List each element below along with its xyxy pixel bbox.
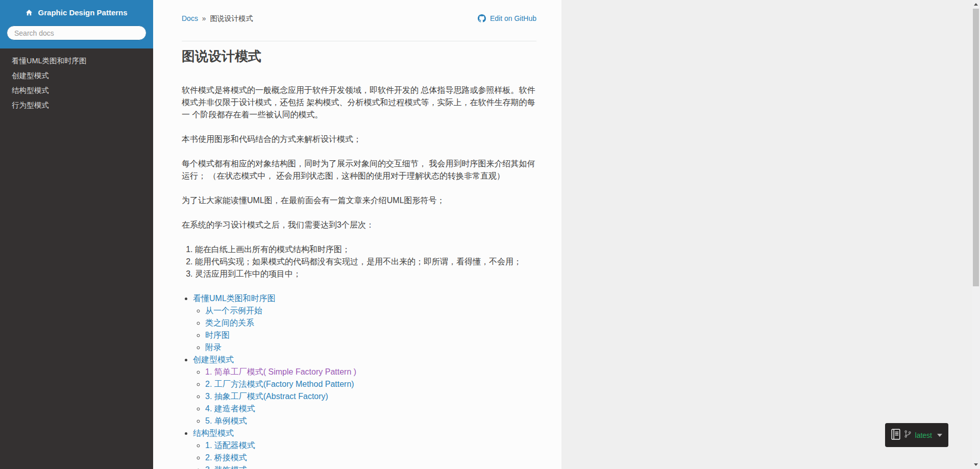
paragraph-5: 在系统的学习设计模式之后，我们需要达到3个层次： <box>182 219 536 231</box>
toc-item: 时序图 <box>205 329 536 341</box>
sidebar-item-creational[interactable]: 创建型模式 <box>0 68 153 83</box>
toc-item: 5. 单例模式 <box>205 415 536 427</box>
edit-on-github-label: Edit on GitHub <box>490 14 536 22</box>
scrollbar[interactable] <box>972 0 980 469</box>
version-label: latest <box>915 431 932 439</box>
toc-link[interactable]: 3. 抽象工厂模式(Abstract Factory) <box>205 392 328 401</box>
toc-link-visited[interactable]: 1. 简单工厂模式( Simple Factory Pattern ) <box>205 367 356 376</box>
toc-item: 3. 装饰模式 <box>205 464 536 469</box>
toc-link[interactable]: 5. 单例模式 <box>205 416 247 425</box>
scrollbar-thumb[interactable] <box>973 9 979 286</box>
sidebar-item-uml[interactable]: 看懂UML类图和时序图 <box>0 54 153 68</box>
toc-link[interactable]: 3. 装饰模式 <box>205 465 247 469</box>
paragraph-4: 为了让大家能读懂UML图，在最前面会有一篇文章来介绍UML图形符号； <box>182 194 536 207</box>
scroll-up-arrow[interactable] <box>974 3 978 6</box>
breadcrumb-current: 图说设计模式 <box>210 14 253 22</box>
toc-link[interactable]: 附录 <box>205 343 222 352</box>
toc-item: 附录 <box>205 341 536 354</box>
sidebar-header: Graphic Design Patterns <box>0 0 153 48</box>
paragraph-3: 每个模式都有相应的对象结构图，同时为了展示对象间的交互细节， 我会用到时序图来介… <box>182 158 536 182</box>
sidebar: Graphic Design Patterns 看懂UML类图和时序图 创建型模… <box>0 0 153 469</box>
book-icon <box>891 429 900 442</box>
level-item: 能用代码实现；如果模式的代码都没有实现过，是用不出来的；即所谓，看得懂，不会用； <box>195 256 536 268</box>
version-flyout[interactable]: latest <box>885 423 948 447</box>
level-item: 能在白纸上画出所有的模式结构和时序图； <box>195 243 536 256</box>
toc-link[interactable]: 4. 建造者模式 <box>205 404 255 413</box>
toc-link[interactable]: 类之间的关系 <box>205 318 254 327</box>
toc-item: 2. 桥接模式 <box>205 452 536 464</box>
toc-section-uml: 看懂UML类图和时序图 从一个示例开始 类之间的关系 时序图 附录 <box>193 292 536 354</box>
toc-item: 1. 适配器模式 <box>205 439 536 452</box>
toc-item: 类之间的关系 <box>205 317 536 329</box>
project-title: Graphic Design Patterns <box>38 8 128 17</box>
toc-link[interactable]: 从一个示例开始 <box>205 306 262 315</box>
git-branch-icon <box>904 430 911 440</box>
paragraph-1: 软件模式是将模式的一般概念应用于软件开发领域，即软件开发的 总体指导思路或参照样… <box>182 84 536 121</box>
toc-item: 1. 简单工厂模式( Simple Factory Pattern ) <box>205 366 536 378</box>
toc-link[interactable]: 2. 工厂方法模式(Factory Method Pattern) <box>205 380 354 388</box>
breadcrumb-docs-link[interactable]: Docs <box>182 14 198 22</box>
toc-item: 从一个示例开始 <box>205 305 536 317</box>
level-item: 灵活应用到工作中的项目中； <box>195 268 536 280</box>
scroll-down-arrow[interactable] <box>974 463 978 466</box>
main-content: Docs » 图说设计模式 Edit on GitHub 图说设计模式 软件模式… <box>153 0 561 469</box>
project-home-link[interactable]: Graphic Design Patterns <box>7 7 146 19</box>
toc-link[interactable]: 结构型模式 <box>193 429 234 437</box>
paragraph-2: 本书使用图形和代码结合的方式来解析设计模式； <box>182 133 536 145</box>
toc-item: 2. 工厂方法模式(Factory Method Pattern) <box>205 378 536 390</box>
toc-item: 4. 建造者模式 <box>205 403 536 415</box>
toc-link[interactable]: 2. 桥接模式 <box>205 453 247 462</box>
home-icon <box>26 8 33 19</box>
breadcrumb-divider <box>182 41 536 41</box>
toc-list: 看懂UML类图和时序图 从一个示例开始 类之间的关系 时序图 附录 创建型模式 … <box>182 292 536 469</box>
toc-item: 3. 抽象工厂模式(Abstract Factory) <box>205 390 536 403</box>
sidebar-item-behavioral[interactable]: 行为型模式 <box>0 98 153 113</box>
content-wrap: Docs » 图说设计模式 Edit on GitHub 图说设计模式 软件模式… <box>153 0 972 469</box>
breadcrumb: Docs » 图说设计模式 Edit on GitHub <box>182 13 536 23</box>
toc-link[interactable]: 创建型模式 <box>193 355 234 364</box>
caret-down-icon <box>937 434 942 437</box>
breadcrumb-separator: » <box>202 14 206 22</box>
levels-list: 能在白纸上画出所有的模式结构和时序图； 能用代码实现；如果模式的代码都没有实现过… <box>182 243 536 280</box>
search-input[interactable] <box>7 26 146 40</box>
github-icon <box>478 14 486 25</box>
toc-section-structural: 结构型模式 1. 适配器模式 2. 桥接模式 3. 装饰模式 <box>193 427 536 469</box>
sidebar-item-structural[interactable]: 结构型模式 <box>0 83 153 98</box>
toc-section-creational: 创建型模式 1. 简单工厂模式( Simple Factory Pattern … <box>193 354 536 427</box>
toc-link[interactable]: 看懂UML类图和时序图 <box>193 294 276 303</box>
sidebar-menu: 看懂UML类图和时序图 创建型模式 结构型模式 行为型模式 <box>0 48 153 113</box>
page-title: 图说设计模式 <box>182 47 536 65</box>
toc-link[interactable]: 时序图 <box>205 331 230 339</box>
toc-link[interactable]: 1. 适配器模式 <box>205 441 255 450</box>
edit-on-github-link[interactable]: Edit on GitHub <box>478 13 536 25</box>
